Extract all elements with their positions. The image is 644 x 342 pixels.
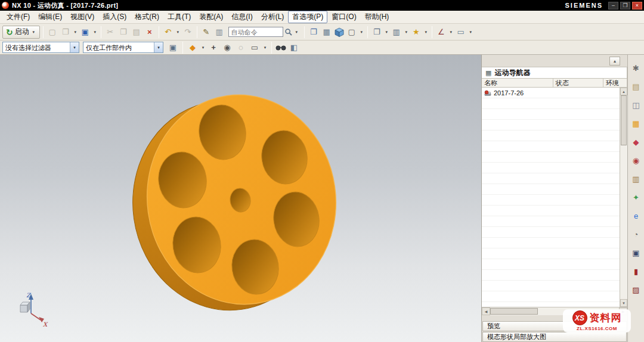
separator — [432, 26, 432, 38]
select-scope-button[interactable]: ▣ — [167, 41, 179, 54]
show-hide-cube-button[interactable]: ◧ — [288, 41, 300, 54]
navigator-header[interactable]: ▦ 运动导航器 — [482, 67, 627, 79]
history-icon[interactable]: ◔ — [630, 229, 642, 240]
view-style-dropdown-icon[interactable]: ▾ — [359, 26, 364, 38]
orient-view-dropdown-icon[interactable]: ▾ — [384, 26, 389, 38]
vertical-scrollbar[interactable]: ▲ ▼ — [620, 88, 627, 307]
scroll-down-icon[interactable]: ▼ — [620, 299, 627, 307]
save-button[interactable]: ▣ — [79, 26, 91, 38]
scroll-left-icon[interactable]: ◀ — [482, 307, 490, 315]
copy-button[interactable]: ❐ — [117, 26, 129, 38]
clipboard-button[interactable]: ▥ — [213, 26, 225, 38]
undo-dropdown-icon[interactable]: ▾ — [175, 26, 181, 38]
arrange-dropdown-icon[interactable]: ▾ — [404, 26, 409, 38]
paste-button[interactable]: ▤ — [131, 26, 143, 38]
column-environment[interactable]: 环境 — [603, 79, 627, 87]
menu-item-10[interactable]: 窗口(O) — [327, 11, 360, 23]
save-dropdown-icon[interactable]: ▾ — [92, 26, 98, 38]
hd3d-tool-icon[interactable]: ◉ — [630, 155, 642, 166]
finder-dropdown-icon[interactable]: ▾ — [294, 26, 299, 38]
panel-options-button[interactable]: ▴ — [609, 57, 620, 66]
view-style-button[interactable]: ▢ — [346, 26, 358, 38]
snap-point-dropdown-icon[interactable]: ▾ — [200, 41, 206, 54]
measure-angle-button[interactable]: ∠ — [435, 26, 447, 38]
chevron-down-icon[interactable]: ▾ — [154, 42, 163, 52]
menu-item-9[interactable]: 首选项(P) — [288, 11, 327, 23]
menu-item-1[interactable]: 编辑(E) — [34, 11, 66, 23]
measure-dropdown-icon[interactable]: ▾ — [448, 26, 454, 38]
tree-item-simulation[interactable]: 2017-7-26 — [482, 88, 620, 98]
measure-distance-button[interactable]: ▭ — [455, 26, 467, 38]
menu-item-11[interactable]: 帮助(H) — [361, 11, 394, 23]
constraint-navigator-icon[interactable]: ◫ — [630, 100, 642, 111]
system-scenes-icon[interactable]: ▨ — [630, 284, 642, 296]
rectangle-select-button[interactable]: ▭ — [249, 41, 261, 54]
menu-item-0[interactable]: 文件(F) — [2, 11, 34, 23]
wheel-model — [119, 83, 349, 323]
menu-item-6[interactable]: 装配(A) — [195, 11, 227, 23]
horizontal-scroll-thumb[interactable] — [490, 308, 538, 315]
redo-button[interactable]: ↷ — [182, 26, 194, 38]
menu-item-4[interactable]: 格式(R) — [131, 11, 163, 23]
search-icon[interactable] — [284, 28, 293, 36]
shaded-view-cube-icon[interactable] — [334, 27, 345, 38]
nx-application-window: NX 10 - 运动仿真 - [2017-7-26.prt] SIEMENS –… — [0, 0, 644, 342]
snapshot-dropdown-icon[interactable]: ▾ — [423, 26, 429, 38]
toolbar-overflow-icon[interactable]: ▾ — [468, 26, 473, 38]
roles-icon[interactable]: ▮ — [630, 266, 642, 277]
snap-point-button[interactable]: ◆ — [187, 41, 199, 54]
snap-end-point-button[interactable]: + — [208, 41, 219, 54]
close-button[interactable]: × — [632, 2, 642, 10]
menu-item-3[interactable]: 插入(S) — [98, 11, 131, 23]
maximize-button[interactable]: ❐ — [620, 2, 630, 10]
open-dropdown-icon[interactable]: ▾ — [73, 26, 78, 38]
snap-arc-center-button[interactable]: ◉ — [221, 41, 233, 54]
menu-item-5[interactable]: 工具(T) — [163, 11, 195, 23]
view-triad: Z X — [20, 292, 48, 328]
scroll-up-icon[interactable]: ▲ — [620, 88, 627, 95]
selection-scope-combo[interactable]: 仅在工作部件内 ▾ — [83, 42, 163, 53]
minimize-button[interactable]: – — [608, 2, 618, 10]
menu-item-2[interactable]: 视图(V) — [66, 11, 98, 23]
undo-button[interactable]: ↶ — [162, 26, 174, 38]
orient-view-button[interactable]: ❐ — [371, 26, 383, 38]
select-mode-dropdown-icon[interactable]: ▾ — [262, 41, 268, 54]
web-browser-icon[interactable]: e — [630, 210, 642, 222]
selection-filter-combo[interactable]: 没有选择过滤器 ▾ — [2, 42, 79, 53]
glasses-icon[interactable] — [275, 44, 286, 51]
visual-reports-icon[interactable]: ▥ — [630, 173, 642, 185]
start-icon: ↻ — [6, 27, 13, 37]
reuse-library-icon[interactable]: ◆ — [630, 136, 642, 148]
chevron-down-icon[interactable]: ▾ — [70, 42, 79, 52]
arrange-button[interactable]: ▥ — [391, 26, 402, 38]
process-studio-icon[interactable]: ▣ — [630, 247, 642, 259]
navigator-title: 运动导航器 — [494, 68, 530, 78]
menu-item-8[interactable]: 分析(L) — [257, 11, 289, 23]
navigator-tree[interactable]: 2017-7-26 — [482, 88, 620, 307]
window-button[interactable]: ❐ — [308, 26, 320, 38]
start-button[interactable]: ↻ 启动 ▾ — [2, 26, 40, 39]
new-button[interactable]: ▢ — [47, 26, 58, 38]
snap-point-on-curve-button[interactable]: ◌ — [235, 41, 247, 54]
graphics-viewport[interactable]: Z X — [0, 55, 481, 342]
cut-button[interactable]: ✂ — [104, 26, 116, 38]
column-name[interactable]: 名称 — [482, 79, 553, 87]
vertical-scroll-thumb[interactable] — [621, 95, 627, 145]
delete-button[interactable]: × — [144, 26, 156, 38]
column-status[interactable]: 状态 — [553, 79, 603, 87]
layout-button[interactable]: ▦ — [321, 26, 333, 38]
sketch-button[interactable]: ✎ — [200, 26, 212, 38]
modal-shape-section-bar[interactable]: 模态形状局部放大图 — [482, 332, 627, 342]
start-dropdown-icon[interactable]: ▾ — [31, 26, 36, 38]
command-finder-input[interactable] — [228, 27, 283, 37]
motion-navigator-panel: ▴ ▦ 运动导航器 名称 状态 环境 — [481, 55, 627, 342]
menu-item-7[interactable]: 信息(I) — [227, 11, 256, 23]
resource-options-gear-icon[interactable]: ✱ — [630, 63, 642, 74]
part-navigator-icon[interactable]: ▦ — [630, 118, 642, 129]
snapshot-button[interactable]: ★ — [410, 26, 422, 38]
open-button[interactable]: ❐ — [60, 26, 72, 38]
assembly-navigator-icon[interactable]: ▤ — [630, 81, 642, 92]
triad-x-label: X — [43, 321, 48, 328]
manufacturing-wizards-icon[interactable]: ✦ — [630, 192, 642, 203]
siemens-brand: SIEMENS — [565, 2, 603, 9]
